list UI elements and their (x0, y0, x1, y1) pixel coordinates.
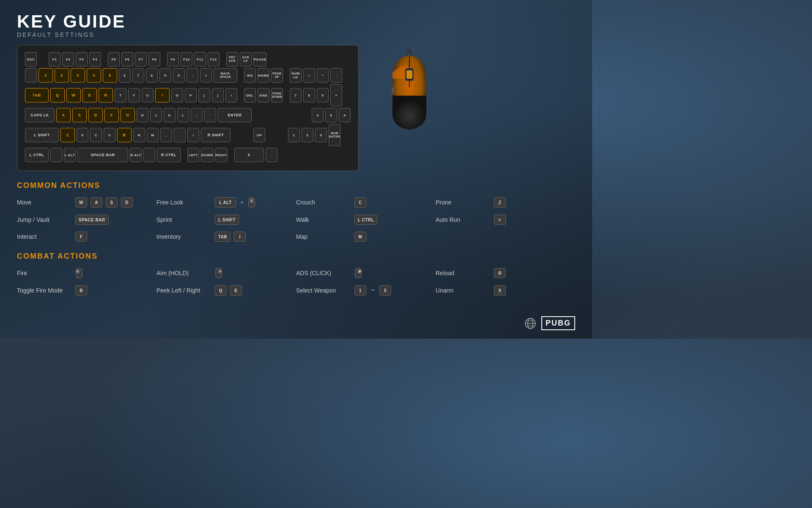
key-badge-d: D (121, 197, 133, 207)
action-reload: Reload R (436, 266, 575, 280)
kb-row-function: ESC F1 F2 F3 F4 F5 F6 F7 F8 F9 F10 F11 F… (25, 52, 351, 66)
key-end: END (258, 88, 269, 102)
action-peek-label: Peek Left / Right (156, 287, 211, 294)
keyboard-mouse-row: ESC F1 F2 F3 F4 F5 F6 F7 F8 F9 F10 F11 F… (17, 45, 575, 171)
key-f11: F11 (194, 52, 206, 66)
key-n: N (133, 128, 145, 142)
action-sprint: Sprint L SHIFT (156, 213, 296, 226)
key-numplus: + (330, 84, 342, 106)
key-period: . (174, 128, 186, 142)
action-move-label: Move (17, 199, 72, 206)
key-fwdslash: / (187, 128, 199, 142)
key-rbracket: ] (212, 88, 224, 102)
action-fire-label: Fire (17, 270, 72, 276)
key-badge-c: C (354, 197, 366, 207)
key-semicolon: ; (191, 108, 203, 122)
key-numdot: . (266, 148, 277, 162)
key-badge-f: F (75, 232, 87, 242)
action-aim-label: Aim (HOLD) (156, 270, 211, 276)
key-num4: 4 (312, 108, 324, 122)
key-w: W (66, 88, 81, 102)
key-space: SPACE BAR (77, 148, 128, 162)
mouse-icon-freelook (248, 197, 255, 208)
key-o: O (171, 88, 183, 102)
action-fire: Fire (17, 266, 156, 280)
key-num7: 7 (290, 88, 302, 102)
key-lbracket: [ (198, 88, 210, 102)
key-num1: 1 (288, 128, 300, 142)
key-q: Q (50, 88, 65, 102)
key-down: DOWN (201, 148, 213, 162)
action-interact-label: Interact (17, 233, 72, 240)
key-3: 3 (71, 68, 85, 83)
key-numenter: NUMENTER (329, 124, 340, 146)
key-c: C (90, 128, 102, 142)
key-f6: F6 (121, 52, 133, 66)
action-walk: Walk L CTRL (296, 213, 436, 226)
key-num5: 5 (325, 108, 337, 122)
key-badge-a: A (91, 197, 102, 207)
key-enter: ENTER (218, 108, 252, 122)
kb-row-qwerty: TAB Q W E R T Y U I O P [ ] \ DEL END PA… (25, 84, 351, 106)
key-num3: 3 (315, 128, 327, 142)
key-m: M (147, 128, 159, 142)
key-rshift: R SHIFT (201, 128, 230, 142)
key-b: B (117, 128, 132, 142)
key-prtscr: PRTSCR (226, 52, 238, 66)
key-pageup: PAGEUP (271, 68, 283, 83)
actions-section: COMMON ACTIONS Move W A S D Free Look L … (17, 181, 575, 297)
action-interact: Interact F (17, 230, 156, 243)
key-up: UP (253, 128, 265, 142)
common-actions-grid: Move W A S D Free Look L ALT + Crouch (17, 195, 575, 243)
key-pagedown: PAGEDOWN (271, 88, 283, 102)
key-badge-w: W (75, 197, 87, 207)
key-l: L (177, 108, 189, 122)
key-esc: ESC (25, 52, 37, 66)
key-backspace: BACKSPACE (214, 68, 237, 83)
key-f4: F4 (89, 52, 101, 66)
action-ads-label: ADS (CLICK) (296, 270, 351, 276)
key-quote: ' (204, 108, 216, 122)
key-7: 7 (132, 68, 144, 83)
kb-row-asdf: CAPS LK A S D F G H J K L ; ' ENTER 4 5 (25, 108, 351, 122)
key-badge-i: I (234, 232, 246, 242)
page-subtitle: DEFAULT SETTINGS (17, 31, 575, 38)
key-backtick: ` (25, 68, 37, 83)
action-unarm: Unarm X (436, 284, 575, 297)
title-section: KEY GUIDE DEFAULT SETTINGS (17, 13, 575, 38)
action-prone-label: Prone (436, 199, 491, 206)
action-firemode-label: Toggle Fire Mode (17, 287, 72, 294)
key-t: T (115, 88, 126, 102)
mouse-display (376, 45, 443, 134)
key-comma: , (160, 128, 172, 142)
key-equals: = (200, 68, 212, 83)
action-walk-label: Walk (296, 216, 351, 223)
key-s: S (72, 108, 87, 122)
key-rwin (143, 148, 155, 162)
action-weapon: Select Weapon 1 ~ 5 (296, 284, 436, 297)
action-weapon-label: Select Weapon (296, 287, 351, 294)
key-tab: TAB (25, 88, 49, 102)
key-y: Y (128, 88, 140, 102)
mouse-icon-ads (354, 268, 362, 279)
key-rctrl: R CTRL (157, 148, 181, 162)
key-right: RIGHT (215, 148, 227, 162)
key-badge-tab: TAB (215, 232, 230, 242)
key-badge-lalt: L ALT (215, 197, 236, 207)
key-num9: 9 (317, 88, 329, 102)
key-i: I (155, 88, 170, 102)
pubg-logo-text: PUBG (541, 316, 575, 330)
kb-row-numbers: ` 1 2 3 4 5 6 7 8 9 0 - = BACKSPACE INS … (25, 68, 351, 83)
key-numlk: NUMLK (290, 68, 302, 83)
key-9: 9 (159, 68, 171, 83)
key-num0: 0 (234, 148, 264, 162)
key-0: 0 (173, 68, 185, 83)
key-6: 6 (119, 68, 131, 83)
pubg-logo: PUBG (524, 316, 575, 330)
key-badge-space: SPACE BAR (75, 215, 109, 225)
key-num6: 6 (339, 108, 351, 122)
key-d: D (88, 108, 103, 122)
key-e: E (82, 88, 97, 102)
key-f: F (104, 108, 119, 122)
key-1: 1 (38, 68, 53, 83)
